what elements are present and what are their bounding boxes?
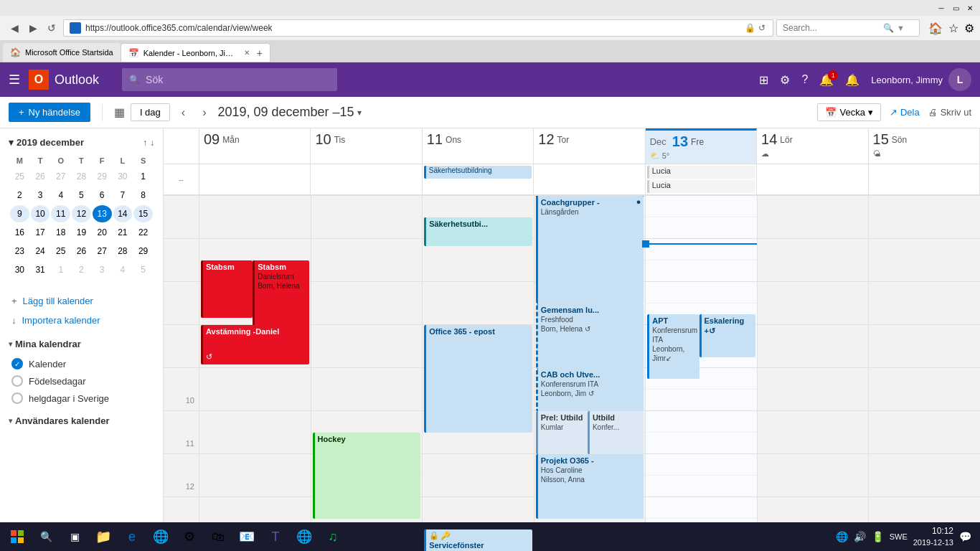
mini-cal-day[interactable]: 16 (10, 224, 29, 241)
mini-cal-day[interactable]: 27 (51, 168, 70, 185)
week-dropdown-icon[interactable]: ▾ (357, 108, 362, 118)
view-selector[interactable]: 📅 Vecka ▾ (817, 103, 880, 121)
store-icon[interactable]: 🛍 (204, 522, 232, 551)
mini-cal-day[interactable]: 14 (113, 205, 133, 222)
help-icon[interactable]: ? (801, 73, 808, 86)
mini-cal-day[interactable]: 22 (133, 224, 153, 241)
mini-cal-day[interactable]: 3 (93, 261, 112, 278)
grid-view-icon[interactable]: ▦ (114, 105, 125, 119)
cortana-icon[interactable]: 🔍 (32, 522, 60, 551)
add-calendar-action[interactable]: + Lägg till kalender (9, 291, 154, 311)
mini-cal-day[interactable]: 1 (51, 261, 70, 278)
ie-icon[interactable]: 🌐 (146, 522, 175, 551)
other-calendars-header[interactable]: ▾ Användares kalender (9, 415, 154, 426)
refresh-btn[interactable]: ↺ (43, 19, 60, 37)
prev-month-button[interactable]: ↑ (143, 138, 147, 148)
mini-cal-day[interactable]: 13 (93, 205, 112, 222)
mini-cal-day[interactable]: 31 (31, 261, 50, 278)
mini-cal-day[interactable]: 2 (10, 187, 29, 204)
taskbar-clock[interactable]: 10:12 2019-12-13 (913, 525, 953, 548)
control-panel-icon[interactable]: ⚙ (175, 522, 204, 551)
maximize-btn[interactable]: ▭ (951, 4, 960, 12)
user-avatar[interactable]: L (948, 68, 971, 91)
mini-cal-day[interactable]: 24 (31, 242, 50, 260)
taskbar-volume-icon[interactable]: 🔊 (854, 531, 866, 542)
mini-cal-day[interactable]: 21 (113, 224, 133, 241)
kalender-checkbox[interactable] (11, 358, 23, 369)
explorer-icon[interactable]: 📁 (89, 522, 118, 551)
mini-cal-day[interactable]: 2 (72, 261, 91, 278)
mini-cal-day[interactable]: 5 (72, 187, 91, 204)
calendar-item-helgdagar[interactable]: helgdagar i Sverige (9, 390, 154, 407)
home-icon[interactable]: 🏠 (928, 22, 943, 35)
teams-icon[interactable]: T (261, 522, 290, 551)
taskbar-network-icon[interactable]: 🌐 (836, 531, 848, 542)
minimize-btn[interactable]: ─ (937, 4, 946, 12)
event-avstamning[interactable]: Avstämning -Daniel ↺ (201, 325, 309, 364)
mini-cal-day[interactable]: 29 (93, 168, 112, 185)
mini-cal-day[interactable]: 7 (113, 187, 133, 204)
helgdagar-checkbox[interactable] (11, 392, 23, 404)
allday-event-lucia-2[interactable]: Lucia (647, 180, 755, 193)
close-btn[interactable]: ✕ (966, 4, 974, 12)
mini-cal-day[interactable]: 30 (113, 168, 133, 185)
tab-add-icon[interactable]: + (257, 47, 263, 59)
tab-1[interactable]: 📅 Kalender - Leonborn, Jimm... ✕ + (121, 43, 270, 62)
mini-cal-day[interactable]: 15 (133, 205, 153, 222)
mini-cal-day[interactable]: 19 (72, 224, 91, 241)
app-search-box[interactable]: 🔍 (122, 68, 337, 91)
back-btn[interactable]: ◀ (6, 19, 23, 37)
event-servicefönster[interactable]: 🔒 🔑 Servicefönster (424, 529, 532, 551)
mini-cal-day[interactable]: 23 (10, 242, 29, 260)
collapse-icon[interactable]: ▾ (9, 137, 14, 148)
task-view-icon[interactable]: ▣ (60, 522, 89, 551)
apps-grid-icon[interactable]: ⊞ (759, 73, 768, 87)
mini-cal-day[interactable]: 10 (31, 205, 50, 222)
calendar-item-fodelsedagar[interactable]: Födelsedagar (9, 372, 154, 390)
prev-week-button[interactable]: ‹ (176, 103, 191, 122)
event-utbild[interactable]: Utbild Konfer... (588, 411, 644, 454)
mini-cal-day[interactable]: 20 (93, 224, 112, 241)
mini-cal-day[interactable]: 6 (93, 187, 112, 204)
next-week-button[interactable]: › (197, 103, 212, 122)
browser-search[interactable]: 🔍 ▼ (776, 19, 920, 37)
taskbar-battery-icon[interactable]: 🔋 (872, 531, 884, 542)
mini-cal-day[interactable]: 28 (72, 168, 91, 185)
new-event-button[interactable]: + Ny händelse (9, 103, 90, 122)
share-button[interactable]: ↗ Dela (890, 107, 920, 118)
start-button[interactable] (3, 522, 32, 551)
fodelsedagar-checkbox[interactable] (11, 375, 23, 387)
taskbar-notifications-icon[interactable]: 💬 (959, 531, 971, 542)
event-sakerhetsutbi[interactable]: Säkerhetsutbi... (424, 217, 532, 246)
mini-cal-day[interactable]: 29 (133, 242, 153, 260)
allday-event-sakerhetsutbildning[interactable]: Säkerhetsutbildning (424, 166, 532, 179)
mini-cal-day[interactable]: 5 (133, 261, 153, 278)
ie-taskbar-icon[interactable]: 🌐 (290, 522, 319, 551)
mini-cal-day[interactable]: 11 (51, 205, 70, 222)
event-coachgrupper[interactable]: Coachgrupper - Länsgården ● (536, 196, 644, 303)
browser-search-input[interactable] (783, 23, 883, 33)
forward-btn[interactable]: ▶ (24, 19, 42, 37)
print-button[interactable]: 🖨 Skriv ut (928, 107, 971, 118)
outlook-taskbar-icon[interactable]: 📧 (232, 522, 261, 551)
address-bar[interactable]: https://outlook.office365.com/calendar/v… (63, 19, 773, 37)
settings-gear-icon[interactable]: ⚙ (780, 73, 790, 87)
mini-cal-day[interactable]: 26 (31, 168, 50, 185)
mini-cal-day[interactable]: 1 (133, 168, 153, 185)
import-calendar-action[interactable]: ↓ Importera kalender (9, 311, 154, 330)
today-button[interactable]: I dag (131, 103, 170, 121)
notification-bell-icon[interactable]: 🔔 1 (819, 73, 834, 87)
spotify-icon[interactable]: ♫ (319, 522, 347, 551)
mini-cal-day[interactable]: 30 (10, 261, 29, 278)
event-apt[interactable]: APT Konferensrum ITA Leonborn, Jimr↙ (647, 314, 699, 379)
mini-cal-day[interactable]: 8 (133, 187, 153, 204)
edge-icon[interactable]: e (118, 522, 146, 551)
event-projekt[interactable]: Projekt O365 - Hos Caroline Nilsson, Ann… (536, 454, 644, 519)
event-cab[interactable]: CAB och Utve... Konferensrum ITA Leonbor… (536, 368, 644, 411)
hamburger-menu-icon[interactable]: ☰ (9, 72, 20, 88)
mini-cal-day[interactable]: 25 (10, 168, 29, 185)
mini-cal-day[interactable]: 17 (31, 224, 50, 241)
settings-icon[interactable]: ⚙ (964, 22, 974, 35)
bookmark-icon[interactable]: ☆ (948, 22, 958, 35)
calendar-item-kalender[interactable]: Kalender (9, 355, 154, 372)
